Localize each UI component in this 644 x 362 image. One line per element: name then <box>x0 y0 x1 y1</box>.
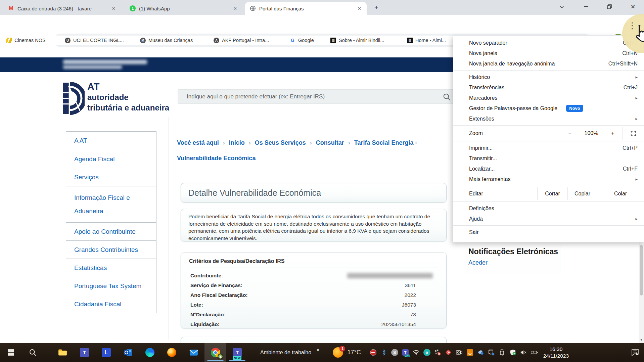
power-battery-tray-icon[interactable] <box>531 349 538 356</box>
sidebar-item-a-at[interactable]: A AT <box>66 132 156 150</box>
start-button[interactable] <box>0 343 22 362</box>
restore-button[interactable] <box>602 0 617 13</box>
toolbar-overflow-icon[interactable]: » <box>317 347 319 352</box>
tab-search-chevron-icon[interactable] <box>554 0 569 13</box>
menu-item-gestor-palavras-passe[interactable]: Gestor de Palavras-passe da Google Novo <box>453 103 644 114</box>
tab-title: Portal das Finanças <box>259 6 354 11</box>
bookmark-home[interactable]: ▦ Home - Almi... <box>407 36 446 45</box>
menu-label: Novo separador <box>469 40 507 46</box>
rotate-screen-tray-icon[interactable] <box>488 349 495 356</box>
clock-time: 16:30 <box>543 346 569 353</box>
breadcrumb-sep-icon: › <box>306 139 316 146</box>
colar-button[interactable]: Colar <box>597 187 644 200</box>
taskbar-teams[interactable]: T <box>74 343 95 362</box>
menu-item-transferencias[interactable]: Transferências Ctrl+J <box>453 82 644 93</box>
taskbar-teams-new[interactable]: T NEW <box>226 343 248 362</box>
sync-error-tray-icon[interactable] <box>434 349 441 356</box>
scrollbar-down-icon[interactable]: ▾ <box>639 336 644 343</box>
bookmark-favicon: ▦ <box>407 38 413 43</box>
taskbar-outlook[interactable] <box>117 343 139 362</box>
tab-close-icon[interactable]: ✕ <box>110 5 117 12</box>
menu-item-sair[interactable]: Sair <box>453 227 644 237</box>
wifi-tray-icon[interactable] <box>413 349 420 356</box>
bookmark-museu[interactable]: M Museu das Crianças <box>140 36 193 45</box>
bookmark-sobre[interactable]: ▦ Sobre - Almir Bindil... <box>330 36 384 45</box>
sidebar-item-informacao-fiscal[interactable]: Informação Fiscal e Aduaneira <box>66 186 156 222</box>
close-window-button[interactable]: ✕ <box>625 0 641 13</box>
minimize-button[interactable] <box>578 0 594 13</box>
onedrive-tray-icon[interactable] <box>477 349 484 356</box>
scrollbar-thumb[interactable] <box>640 245 643 296</box>
menu-item-mais-ferramentas[interactable]: Mais ferramentas ▸ <box>453 174 644 184</box>
at-logo-icon[interactable] <box>62 82 85 117</box>
volume-muted-tray-icon[interactable] <box>520 349 527 356</box>
sidebar-item-apoio-contribuinte[interactable]: Apoio ao Contribuinte <box>66 222 156 240</box>
zoom-out-button[interactable]: − <box>560 127 580 140</box>
bookmark-akf[interactable]: A AKF Portugal - Intra... <box>214 36 269 45</box>
tab-close-icon[interactable]: ✕ <box>356 5 363 12</box>
tab-close-icon[interactable]: ✕ <box>232 5 238 12</box>
bookmark-uci[interactable]: U UCI EL CORTE INGL... <box>65 36 124 45</box>
menu-item-imprimir[interactable]: Imprimir... Ctrl+P <box>453 143 644 153</box>
menu-item-transmitir[interactable]: Transmitir... <box>453 153 644 164</box>
taskbar-file-explorer[interactable] <box>52 343 74 362</box>
menu-label: Transmitir... <box>469 155 497 162</box>
tab-gmail[interactable]: M Caixa de entrada (3 246) - tavare ✕ <box>3 2 121 15</box>
menu-item-novo-separador[interactable]: Novo separador Ctrl+T <box>453 38 644 48</box>
java-tray-icon[interactable] <box>466 349 473 356</box>
menu-item-nova-janela[interactable]: Nova janela Ctrl+N <box>453 48 644 58</box>
taskbar-search-button[interactable] <box>22 343 44 362</box>
search-icon[interactable] <box>443 93 451 103</box>
bluetooth-tray-icon[interactable] <box>380 349 387 356</box>
teams-icon: T <box>233 348 242 357</box>
bookmark-google[interactable]: G Google <box>290 36 314 45</box>
taskbar-mail[interactable] <box>183 343 204 362</box>
breadcrumb-consultar[interactable]: Consultar <box>316 139 344 146</box>
menu-item-ajuda[interactable]: Ajuda ▸ <box>453 214 644 224</box>
breadcrumb-inicio[interactable]: Início <box>229 139 245 146</box>
eset-tray-icon[interactable]: e <box>423 349 430 356</box>
red-diamond-tray-icon[interactable] <box>445 349 452 356</box>
sidebar-item-estatisticas[interactable]: Estatísticas <box>66 259 156 277</box>
desktop-toolbar-label[interactable]: Ambiente de trabalho <box>260 350 311 356</box>
menu-item-marcadores[interactable]: Marcadores ▸ <box>453 93 644 103</box>
sidebar-item-cidadania-fiscal[interactable]: Cidadania Fiscal <box>66 295 156 313</box>
sidebar-item-portuguese-tax[interactable]: Portuguese Tax System <box>66 277 156 295</box>
taskbar-clock[interactable]: 16:30 24/11/2023 <box>543 346 569 359</box>
tab-portal-financas[interactable]: Portal das Finanças ✕ <box>245 2 367 15</box>
taskbar-l-app[interactable]: L <box>95 343 117 362</box>
cortar-button[interactable]: Cortar <box>537 187 567 200</box>
traffic-stop-tray-icon[interactable] <box>370 349 377 356</box>
notifications-aceder-link[interactable]: Aceder <box>468 259 560 266</box>
portal-search-input[interactable]: Indique aqui o que pretende efetuar (ex:… <box>178 89 456 104</box>
menu-item-definicoes[interactable]: Definições <box>453 203 644 214</box>
menu-item-nova-janela-anonima[interactable]: Nova janela de navegação anónima Ctrl+Sh… <box>453 58 644 69</box>
taskbar-edge[interactable] <box>139 343 161 362</box>
weather-widget[interactable]: 1 17°C <box>333 347 361 358</box>
taskbar-firefox[interactable] <box>161 343 183 362</box>
zoom-in-button[interactable]: + <box>603 127 623 140</box>
teams-tray-icon[interactable]: T NEW <box>402 349 409 356</box>
menu-item-extensoes[interactable]: Extensões ▸ <box>453 114 644 124</box>
bookmark-cinemas-nos[interactable]: Cinemas NOS <box>6 36 46 45</box>
at-logo-text: AT autoridade tributária e aduaneira <box>87 82 169 113</box>
menu-accel: Ctrl+P <box>623 145 638 151</box>
camera-tray-icon[interactable] <box>456 349 463 356</box>
new-tab-button[interactable]: + <box>371 2 381 12</box>
tab-whatsapp[interactable]: 1 (1) WhatsApp ✕ <box>125 2 242 15</box>
menu-item-historico[interactable]: Histórico ▸ <box>453 72 644 82</box>
menu-item-localizar[interactable]: Localizar... Ctrl+F <box>453 164 644 174</box>
skype-tray-icon[interactable]: S <box>391 349 398 356</box>
copiar-button[interactable]: Copiar <box>567 187 597 200</box>
windows-security-tray-icon[interactable] <box>509 349 516 356</box>
action-center-button[interactable] <box>631 349 639 356</box>
usb-tray-icon[interactable] <box>499 349 506 356</box>
taskbar-chrome-active[interactable]: E <box>204 343 226 362</box>
fullscreen-icon[interactable] <box>623 127 644 140</box>
breadcrumb-seus-servicos[interactable]: Os Seus Serviços <box>255 139 306 146</box>
sidebar-item-servicos[interactable]: Serviços <box>66 168 156 186</box>
menu-divider <box>453 201 644 202</box>
menu-label: Nova janela de navegação anónima <box>469 61 555 67</box>
sidebar-item-agenda-fiscal[interactable]: Agenda Fiscal <box>66 150 156 168</box>
sidebar-item-grandes-contribuintes[interactable]: Grandes Contribuintes <box>66 240 156 259</box>
